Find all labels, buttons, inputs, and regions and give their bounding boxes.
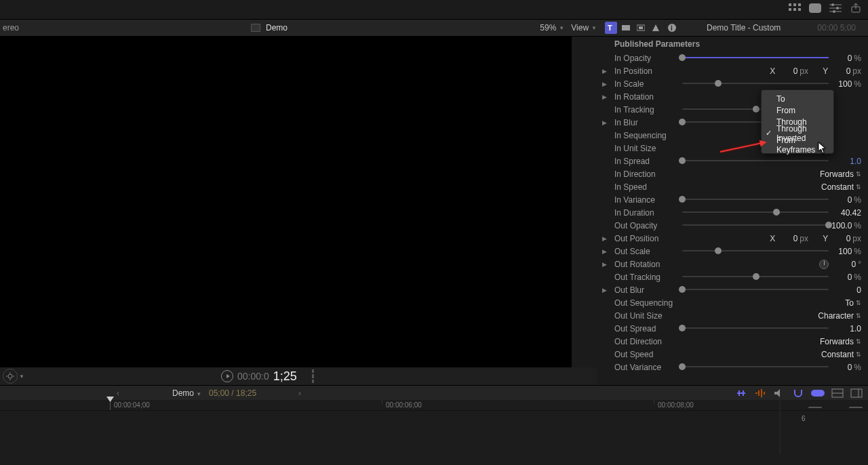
slider-knob[interactable] bbox=[715, 247, 722, 254]
generator-inspector-tab[interactable] bbox=[635, 22, 647, 34]
info-inspector-tab[interactable] bbox=[650, 22, 662, 34]
text-inspector-tab[interactable]: T bbox=[605, 22, 617, 34]
grid-view-icon[interactable] bbox=[788, 3, 802, 14]
solo-icon[interactable] bbox=[773, 388, 785, 398]
inspector-info-icon[interactable]: i bbox=[666, 22, 678, 34]
param-out-spread: Out Spread 1.0 bbox=[601, 322, 868, 335]
timeline[interactable]: 00:00:04;00 00:00:06;00 00:00:08;00 bbox=[0, 400, 868, 465]
svg-rect-0 bbox=[789, 3, 791, 6]
svg-rect-5 bbox=[798, 8, 801, 11]
timecode-large[interactable]: 1;25 bbox=[273, 369, 297, 384]
svg-text:i: i bbox=[671, 24, 673, 32]
rotation-dial[interactable] bbox=[819, 260, 829, 269]
ruler-label: 00:00:04;00 bbox=[114, 401, 150, 409]
audio-skim-icon[interactable] bbox=[754, 388, 766, 398]
out-direction-select[interactable]: Forwards bbox=[820, 337, 854, 346]
disclosure-icon[interactable]: ▶ bbox=[601, 261, 608, 268]
in-direction-select[interactable]: Forwards bbox=[820, 169, 854, 179]
ruler-label: 00:00:08;00 bbox=[658, 401, 694, 409]
list-view-icon[interactable] bbox=[808, 3, 822, 14]
param-out-tracking: Out Tracking 0% bbox=[601, 270, 868, 283]
timecode-mode-icon[interactable] bbox=[3, 369, 18, 384]
in-sequencing-menu: To From Through Through Inverted From Ke… bbox=[761, 89, 834, 154]
disclosure-icon[interactable]: ▶ bbox=[601, 119, 608, 126]
disclosure-icon[interactable]: ▶ bbox=[601, 235, 608, 242]
slider-knob[interactable] bbox=[715, 80, 722, 87]
svg-rect-6 bbox=[809, 3, 821, 13]
menu-item-to[interactable]: To bbox=[762, 93, 833, 104]
svg-point-20 bbox=[8, 374, 12, 378]
timeline-layout-icon[interactable] bbox=[831, 388, 844, 398]
slider-knob[interactable] bbox=[679, 157, 686, 164]
playhead[interactable] bbox=[110, 400, 111, 410]
disclosure-icon[interactable]: ▶ bbox=[601, 94, 608, 100]
param-in-spread: In Spread 1.0 bbox=[601, 155, 868, 167]
ruler-label: 00:00:06;00 bbox=[386, 401, 422, 409]
out-speed-select[interactable]: Constant bbox=[821, 350, 854, 359]
slider-knob[interactable] bbox=[679, 363, 686, 370]
param-out-blur: ▶Out Blur 0 bbox=[601, 283, 868, 296]
index-toggle[interactable] bbox=[811, 390, 825, 397]
svg-rect-1 bbox=[793, 3, 796, 6]
menu-item-from-keyframes[interactable]: From Keyframes bbox=[762, 139, 833, 150]
published-parameters-header: Published Parameters bbox=[614, 39, 700, 49]
svg-rect-3 bbox=[789, 8, 791, 11]
audio-meter-label: 6 bbox=[802, 415, 806, 422]
slider-knob[interactable] bbox=[679, 325, 686, 331]
audio-meter-peaks bbox=[808, 407, 863, 413]
in-speed-select[interactable]: Constant bbox=[821, 182, 854, 192]
zoom-select[interactable]: 59%▼ bbox=[540, 23, 564, 33]
timeline-clip-name[interactable]: Demo ▼ bbox=[172, 388, 201, 398]
timeline-range: 05;00 / 18;25 bbox=[209, 388, 256, 398]
param-out-variance: Out Variance 0% bbox=[601, 361, 868, 373]
svg-rect-4 bbox=[793, 8, 796, 11]
inspector-clip-title: Demo Title - Custom bbox=[707, 23, 781, 33]
svg-point-12 bbox=[833, 10, 835, 13]
disclosure-icon[interactable]: ▶ bbox=[601, 248, 608, 255]
param-in-position: ▶In Position X0px Y0px bbox=[601, 64, 868, 77]
slider-knob[interactable] bbox=[753, 106, 760, 113]
param-out-position: ▶Out Position X0px Y0px bbox=[601, 232, 868, 245]
param-in-duration: In Duration 40.42 bbox=[601, 206, 868, 219]
clip-icon bbox=[251, 24, 260, 32]
disclosure-icon[interactable]: ▶ bbox=[601, 81, 608, 87]
slider-knob[interactable] bbox=[773, 209, 780, 216]
slider-knob[interactable] bbox=[753, 273, 760, 280]
svg-rect-23 bbox=[851, 389, 862, 397]
timecode-menu[interactable]: ▼ bbox=[19, 373, 24, 380]
svg-rect-17 bbox=[639, 26, 643, 29]
timecode-small[interactable]: 00:00:0 bbox=[237, 371, 269, 382]
out-unit-size-select[interactable]: Character bbox=[818, 311, 854, 321]
slider-knob[interactable] bbox=[679, 54, 686, 61]
slider-knob[interactable] bbox=[679, 119, 686, 125]
param-out-opacity: Out Opacity 100.0% bbox=[601, 219, 868, 232]
viewer-canvas[interactable] bbox=[0, 37, 572, 367]
param-out-sequencing: Out Sequencing To⇅ bbox=[601, 296, 868, 309]
share-icon[interactable] bbox=[849, 3, 863, 14]
slider-knob[interactable] bbox=[679, 286, 686, 293]
out-sequencing-select[interactable]: To bbox=[836, 298, 854, 308]
view-menu[interactable]: View▼ bbox=[571, 23, 597, 33]
menu-item-from[interactable]: From bbox=[762, 104, 833, 116]
param-out-rotation: ▶Out Rotation 0° bbox=[601, 258, 868, 270]
param-out-direction: Out Direction Forwards⇅ bbox=[601, 335, 868, 348]
svg-point-11 bbox=[836, 7, 839, 9]
skimming-toggle[interactable] bbox=[312, 369, 321, 383]
skim-icon[interactable] bbox=[735, 388, 747, 398]
svg-point-10 bbox=[831, 3, 834, 6]
param-in-direction: In Direction Forwards⇅ bbox=[601, 167, 868, 180]
disclosure-icon[interactable]: ▶ bbox=[601, 287, 608, 294]
param-out-unit-size: Out Unit Size Character⇅ bbox=[601, 309, 868, 322]
play-button[interactable] bbox=[221, 370, 233, 382]
disclosure-icon[interactable]: ▶ bbox=[601, 68, 608, 75]
timeline-nav-forward[interactable]: › bbox=[298, 388, 301, 398]
timeline-nav-back[interactable]: ‹ bbox=[117, 388, 119, 398]
video-inspector-tab[interactable] bbox=[620, 22, 632, 34]
param-in-scale: ▶In Scale 100% bbox=[601, 77, 868, 90]
audio-config-label: ereo bbox=[3, 23, 19, 33]
snapping-icon[interactable] bbox=[792, 388, 804, 398]
viewer-clip-name: Demo bbox=[266, 23, 288, 33]
timeline-panel-icon[interactable] bbox=[850, 388, 863, 398]
sliders-icon[interactable] bbox=[829, 3, 842, 14]
slider-knob[interactable] bbox=[679, 196, 686, 203]
